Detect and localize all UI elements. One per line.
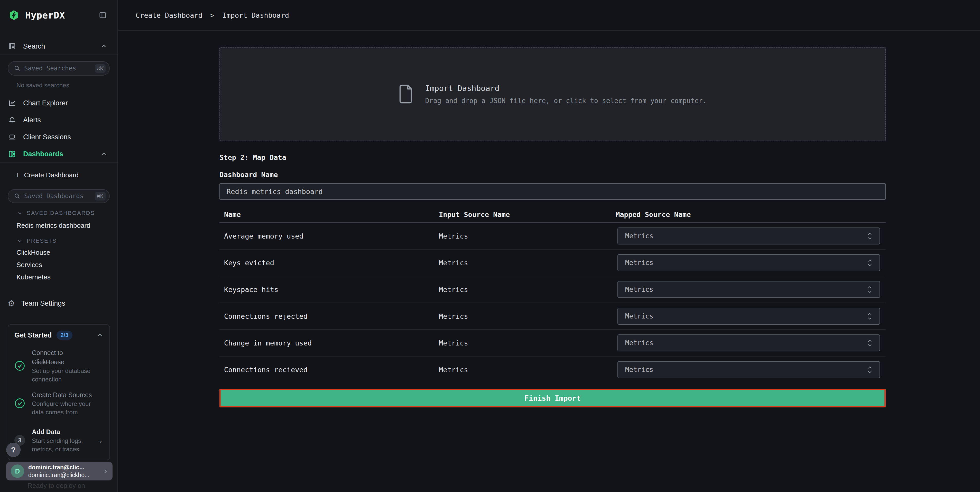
- chevron-up-icon: [100, 151, 107, 157]
- logo-row: HyperDX: [0, 0, 118, 30]
- saved-searches-input[interactable]: [24, 65, 95, 72]
- import-dropzone[interactable]: Import Dashboard Drag and drop a JSON fi…: [220, 47, 886, 142]
- group-presets[interactable]: PRESETS: [0, 236, 118, 246]
- group-saved-dashboards[interactable]: SAVED DASHBOARDS: [0, 208, 118, 218]
- select-chevrons-icon: [867, 232, 872, 240]
- mapped-source-select[interactable]: Metrics: [617, 308, 880, 325]
- row-mapped-cell: Metrics: [616, 276, 886, 303]
- get-started-title: Get Started: [14, 331, 52, 339]
- user-info: dominic.tran@clic... dominic.tran@clickh…: [28, 463, 89, 479]
- sidebar-item-services[interactable]: Services: [0, 259, 118, 271]
- row-name: Keys evicted: [220, 250, 439, 276]
- row-name: Connections recieved: [220, 357, 439, 383]
- create-dashboard-button[interactable]: + Create Dashboard: [0, 167, 118, 183]
- breadcrumb: Create Dashboard > Import Dashboard: [136, 11, 289, 19]
- breadcrumb-create-dashboard[interactable]: Create Dashboard: [136, 11, 202, 19]
- search-icon: [14, 65, 21, 72]
- sidebar-item-alerts[interactable]: Alerts: [0, 111, 118, 129]
- user-name: dominic.tran@clic...: [28, 463, 89, 471]
- dropzone-text: Import Dashboard Drag and drop a JSON fi…: [425, 84, 707, 105]
- mapped-source-select[interactable]: Metrics: [617, 254, 880, 271]
- sidebar-item-team-settings[interactable]: ⚙ Team Settings: [0, 296, 118, 311]
- sidebar-item-client-sessions[interactable]: Client Sessions: [0, 129, 118, 145]
- group-label: PRESETS: [27, 237, 57, 244]
- mapped-source-select[interactable]: Metrics: [617, 281, 880, 298]
- row-mapped-cell: Metrics: [616, 357, 886, 383]
- team-settings-label: Team Settings: [21, 299, 65, 307]
- sidebar-collapse-button[interactable]: [99, 11, 107, 19]
- dashboard-name-field: [220, 183, 886, 200]
- step-subtitle: Configure where your data comes from: [32, 400, 95, 416]
- chevron-down-icon: [17, 238, 22, 244]
- saved-dashboards-searchbox[interactable]: ⌘K: [8, 189, 110, 203]
- get-started-step-add-data[interactable]: 3 Add Data Start sending logs, metrics, …: [14, 427, 103, 454]
- row-mapped-cell: Metrics: [616, 250, 886, 276]
- row-input-source: Metrics: [439, 276, 616, 303]
- sidebar-nav: Chart Explorer Alerts Client Sessions Da…: [0, 95, 118, 162]
- sidebar-divider: [0, 162, 118, 163]
- step-text: Connect to ClickHouse Set up your databa…: [32, 348, 95, 384]
- avatar: D: [11, 465, 24, 478]
- select-value: Metrics: [625, 286, 654, 293]
- chevron-down-icon: [17, 210, 22, 216]
- select-chevrons-icon: [867, 339, 872, 347]
- chevron-right-icon: [102, 468, 109, 474]
- step-text: Create Data Sources Configure where your…: [32, 390, 95, 416]
- chevron-up-icon: [97, 332, 103, 339]
- create-dashboard-label: Create Dashboard: [24, 171, 79, 179]
- finish-import-button[interactable]: Finish Import: [220, 389, 886, 408]
- row-input-source: Metrics: [439, 223, 616, 249]
- sidebar-item-clickhouse[interactable]: ClickHouse: [0, 246, 118, 259]
- help-button[interactable]: ?: [6, 443, 21, 457]
- get-started-header[interactable]: Get Started 2/3: [14, 331, 103, 340]
- sidebar-item-label: Dashboards: [23, 150, 63, 158]
- select-chevrons-icon: [867, 312, 872, 320]
- mapped-source-select[interactable]: Metrics: [617, 361, 880, 378]
- get-started-step-sources[interactable]: Create Data Sources Configure where your…: [14, 390, 103, 416]
- column-header-input-source: Input Source Name: [439, 206, 616, 222]
- shortcut-badge: ⌘K: [95, 64, 106, 73]
- app-title: HyperDX: [25, 10, 65, 21]
- progress-badge: 2/3: [57, 331, 73, 340]
- dashboard-name-label: Dashboard Name: [220, 171, 886, 179]
- row-name: Connections rejected: [220, 303, 439, 329]
- promo-line1: Ready to deploy on: [27, 481, 105, 490]
- select-value: Metrics: [625, 312, 654, 320]
- row-name: Average memory used: [220, 223, 439, 249]
- dashboard-name-input[interactable]: [220, 183, 886, 200]
- sidebar-item-label: Chart Explorer: [23, 99, 68, 107]
- select-value: Metrics: [625, 339, 654, 347]
- user-profile-chip[interactable]: D dominic.tran@clic... dominic.tran@clic…: [6, 462, 113, 481]
- get-started-card: Get Started 2/3 Connect to ClickHouse Se…: [8, 325, 110, 460]
- step-title: Create Data Sources: [32, 390, 95, 400]
- sidebar-item-redis-metrics-dashboard[interactable]: Redis metrics dashboard: [0, 218, 118, 232]
- select-value: Metrics: [625, 366, 654, 374]
- column-header-name: Name: [220, 206, 439, 222]
- get-started-step-connect[interactable]: Connect to ClickHouse Set up your databa…: [14, 348, 103, 384]
- clickhouse-cloud-promo: Ready to deploy on ClickHouse Cloud?: [27, 481, 105, 492]
- mapped-source-select[interactable]: Metrics: [617, 334, 880, 351]
- panel-toggle-icon: [99, 11, 107, 19]
- saved-dashboards-input[interactable]: [24, 193, 95, 200]
- row-mapped-cell: Metrics: [616, 303, 886, 329]
- sidebar-item-chart-explorer[interactable]: Chart Explorer: [0, 95, 118, 111]
- sidebar-item-label: Client Sessions: [23, 133, 71, 141]
- gear-icon: ⚙: [8, 299, 15, 307]
- select-chevrons-icon: [867, 366, 872, 374]
- row-input-source: Metrics: [439, 250, 616, 276]
- table-row: Connections rejected Metrics Metrics: [220, 303, 886, 330]
- shortcut-badge: ⌘K: [95, 192, 106, 201]
- laptop-icon: [8, 133, 16, 141]
- row-mapped-cell: Metrics: [616, 330, 886, 356]
- sidebar-section-search[interactable]: Search: [0, 38, 118, 54]
- mapped-source-select[interactable]: Metrics: [617, 228, 880, 244]
- saved-searches-searchbox[interactable]: ⌘K: [8, 61, 110, 76]
- breadcrumb-separator: >: [210, 11, 214, 19]
- sidebar-item-kubernetes[interactable]: Kubernetes: [0, 271, 118, 283]
- sidebar-item-dashboards[interactable]: Dashboards: [0, 145, 118, 162]
- table-row: Keyspace hits Metrics Metrics: [220, 276, 886, 303]
- search-section-label: Search: [23, 42, 45, 50]
- row-input-source: Metrics: [439, 330, 616, 356]
- column-header-mapped-source: Mapped Source Name: [616, 206, 886, 222]
- step-title: Add Data: [32, 427, 88, 436]
